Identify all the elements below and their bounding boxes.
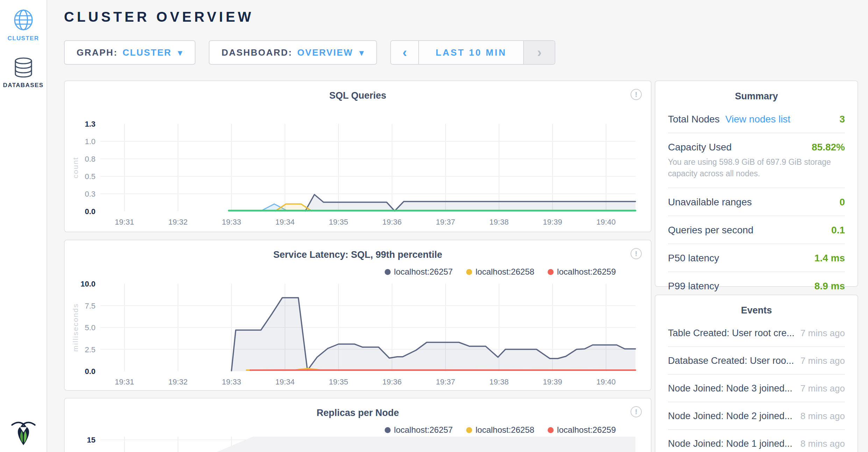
sql-queries-chart-card: SQL Queries ! 0.00.30.50.81.01.319:3119:… bbox=[64, 80, 652, 232]
service-latency-chart-card: Service Latency: SQL, 99th percentile ! … bbox=[64, 240, 652, 391]
legend-item: localhost:26257 bbox=[385, 267, 453, 277]
event-row[interactable]: Node Joined: Node 2 joined... 8 mins ago bbox=[668, 402, 845, 429]
dashboard-dropdown[interactable]: DASHBOARD: OVERVIEW ▾ bbox=[209, 40, 377, 65]
summary-row-value: 0.1 bbox=[831, 225, 845, 236]
chevron-down-icon: ▾ bbox=[360, 48, 365, 58]
legend-dot bbox=[548, 427, 554, 433]
x-tick-label: 19:36 bbox=[382, 218, 401, 226]
summary-panel: Summary Total NodesView nodes list 3 Cap… bbox=[655, 80, 858, 287]
y-tick-label: 0.5 bbox=[85, 172, 95, 181]
legend-dot bbox=[548, 269, 554, 275]
summary-row-label: Capacity Used bbox=[668, 142, 732, 153]
sidebar-item-label: CLUSTER bbox=[7, 35, 39, 42]
dashboard-dropdown-value: OVERVIEW bbox=[297, 47, 353, 58]
x-tick-label: 19:35 bbox=[329, 377, 348, 386]
x-tick-label: 19:31 bbox=[115, 218, 134, 226]
chevron-right-icon: › bbox=[537, 45, 542, 60]
event-time: 7 mins ago bbox=[801, 383, 845, 394]
legend-dot bbox=[466, 269, 472, 275]
summary-row-unavailable-ranges: Unavailable ranges 0 bbox=[668, 188, 845, 216]
sidebar-item-cluster[interactable]: CLUSTER bbox=[0, 0, 47, 48]
x-tick-label: 19:40 bbox=[596, 218, 616, 226]
summary-row-label: Queries per second bbox=[668, 225, 753, 236]
legend-dot bbox=[385, 427, 391, 433]
x-tick-label: 19:32 bbox=[168, 377, 187, 386]
event-time: 7 mins ago bbox=[801, 355, 845, 366]
x-tick-label: 19:33 bbox=[222, 218, 241, 226]
summary-row-label: P50 latency bbox=[668, 253, 719, 264]
summary-rows: Total NodesView nodes list 3 Capacity Us… bbox=[655, 102, 858, 299]
x-tick-label: 19:38 bbox=[489, 377, 508, 386]
summary-row-value: 1.4 ms bbox=[814, 253, 845, 264]
sidebar-item-databases[interactable]: DATABASES bbox=[0, 48, 47, 95]
series-area-localhost:26257 bbox=[133, 437, 635, 452]
capacity-subtext: You are using 598.9 GiB of 697.9 GiB sto… bbox=[668, 156, 845, 180]
x-tick-label: 19:36 bbox=[382, 377, 401, 386]
summary-title: Summary bbox=[655, 81, 858, 102]
summary-row-total-nodes: Total NodesView nodes list 3 bbox=[668, 105, 845, 133]
info-icon[interactable]: ! bbox=[631, 406, 642, 417]
event-row[interactable]: Node Joined: Node 3 joined... 7 mins ago bbox=[668, 374, 845, 402]
series-area-localhost:26257 bbox=[232, 298, 635, 371]
info-icon[interactable]: ! bbox=[631, 89, 642, 100]
event-row[interactable]: Table Created: User root cre... 7 mins a… bbox=[668, 319, 845, 346]
dashboard-dropdown-label: DASHBOARD: bbox=[221, 47, 292, 58]
events-panel: Events Table Created: User root cre... 7… bbox=[655, 295, 858, 452]
service-latency-plot: 0.02.55.07.510.019:3119:3219:3319:3419:3… bbox=[65, 280, 652, 392]
x-tick-label: 19:34 bbox=[275, 377, 294, 386]
time-next-button[interactable]: › bbox=[523, 41, 555, 64]
event-text: Node Joined: Node 1 joined... bbox=[668, 438, 792, 449]
events-title: Events bbox=[655, 295, 858, 316]
time-prev-button[interactable]: ‹ bbox=[391, 41, 418, 64]
replicas-per-node-chart-card: Replicas per Node ! localhost:26257 loca… bbox=[64, 398, 652, 452]
graph-dropdown-value: CLUSTER bbox=[123, 47, 172, 58]
y-tick-label: 0.8 bbox=[85, 155, 95, 163]
event-row[interactable]: Database Created: User roo... 7 mins ago bbox=[668, 346, 845, 374]
x-tick-label: 19:37 bbox=[436, 218, 455, 226]
summary-row-value: 8.9 ms bbox=[814, 281, 845, 292]
event-text: Node Joined: Node 3 joined... bbox=[668, 383, 792, 394]
x-tick-label: 19:32 bbox=[168, 218, 187, 226]
x-tick-label: 19:39 bbox=[543, 218, 562, 226]
x-tick-label: 19:38 bbox=[489, 218, 508, 226]
x-tick-label: 19:31 bbox=[115, 377, 134, 386]
legend-label: localhost:26259 bbox=[557, 267, 616, 277]
y-tick-label: 7.5 bbox=[85, 302, 95, 310]
app-root: CLUSTER DATABASES bbox=[0, 0, 868, 452]
summary-row-label: Unavailable ranges bbox=[668, 197, 752, 208]
controls-bar: GRAPH: CLUSTER ▾ DASHBOARD: OVERVIEW ▾ ‹… bbox=[64, 40, 555, 65]
time-range-label[interactable]: LAST 10 MIN bbox=[418, 41, 523, 64]
summary-row-value: 3 bbox=[839, 114, 845, 125]
graph-dropdown[interactable]: GRAPH: CLUSTER ▾ bbox=[64, 40, 195, 65]
time-range-picker: ‹ LAST 10 MIN › bbox=[390, 40, 555, 65]
page-title: CLUSTER OVERVIEW bbox=[64, 9, 254, 25]
chevron-left-icon: ‹ bbox=[403, 45, 407, 60]
y-tick-label: 15 bbox=[87, 436, 95, 444]
summary-row-label: Total Nodes bbox=[668, 114, 720, 125]
sidebar-item-label: DATABASES bbox=[3, 82, 44, 89]
events-rows: Table Created: User root cre... 7 mins a… bbox=[655, 316, 858, 452]
event-row[interactable]: Node Joined: Node 1 joined... 8 mins ago bbox=[668, 429, 845, 452]
event-time: 8 mins ago bbox=[801, 438, 845, 449]
summary-row-value: 0 bbox=[839, 197, 845, 208]
x-tick-label: 19:40 bbox=[596, 377, 616, 386]
y-tick-label: 1.0 bbox=[85, 137, 95, 146]
y-tick-label: 0.0 bbox=[85, 207, 95, 216]
event-text: Table Created: User root cre... bbox=[668, 328, 794, 339]
x-tick-label: 19:37 bbox=[436, 377, 455, 386]
info-icon[interactable]: ! bbox=[631, 248, 642, 259]
x-tick-label: 19:33 bbox=[222, 377, 241, 386]
summary-row-capacity-used: Capacity Used 85.82% You are using 598.9… bbox=[668, 133, 845, 188]
summary-row-queries-per-second: Queries per second 0.1 bbox=[668, 216, 845, 243]
graph-dropdown-label: GRAPH: bbox=[77, 47, 118, 58]
replicas-per-node-plot: 151019:3119:3219:3319:3419:3519:3619:371… bbox=[65, 433, 652, 452]
summary-row-value: 85.82% bbox=[812, 142, 845, 153]
y-tick-label: 1.3 bbox=[85, 120, 95, 128]
event-text: Node Joined: Node 2 joined... bbox=[668, 411, 792, 422]
summary-row-label: P99 latency bbox=[668, 281, 719, 292]
view-nodes-list-link[interactable]: View nodes list bbox=[725, 114, 790, 125]
series-area-navy-series bbox=[305, 195, 635, 211]
event-time: 7 mins ago bbox=[801, 328, 845, 339]
y-tick-label: 2.5 bbox=[85, 345, 95, 354]
chart-legend: localhost:26257 localhost:26258 localhos… bbox=[385, 267, 616, 277]
